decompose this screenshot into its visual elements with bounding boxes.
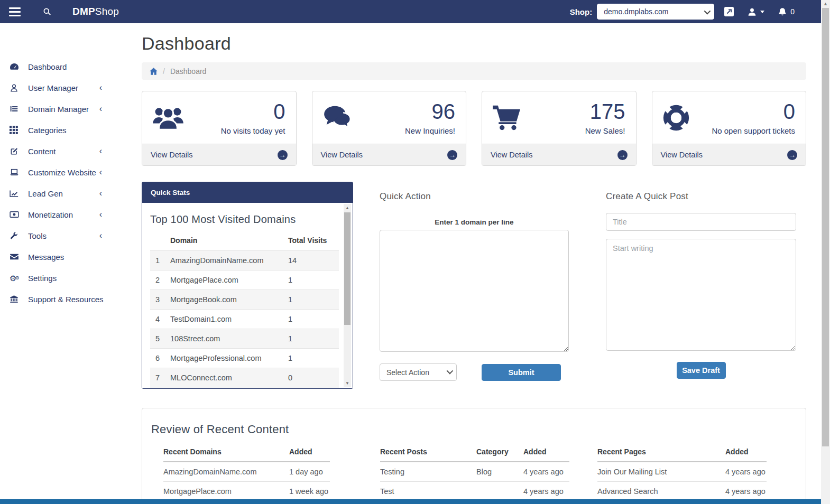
quick-stats-title: Top 100 Most Visited Domains — [150, 213, 340, 226]
table-row: AmazingDomainName.com1 day ago — [163, 462, 330, 481]
sidebar-nav: Dashboard User Manager‹ Domain Manager‹ … — [0, 23, 132, 499]
laptop-icon — [10, 168, 21, 176]
stat-label-sales: New Sales! — [585, 126, 625, 135]
sidebar-item-lead-gen[interactable]: Lead Gen‹ — [0, 183, 132, 204]
view-details-inquiries[interactable]: View Details → — [312, 144, 466, 165]
quick-post-title: Create A Quick Post — [606, 191, 796, 202]
external-link-icon[interactable] — [724, 7, 734, 16]
top-domains-table: Domain Total Visits 1AmazingDomainName.c… — [150, 232, 339, 388]
recent-content-title: Review of Recent Content — [151, 423, 795, 436]
chevron-left-icon: ‹ — [99, 210, 102, 219]
post-body-textarea[interactable] — [606, 239, 796, 351]
dashboard-gauge-icon — [10, 62, 21, 71]
sidebar-item-domain-manager[interactable]: Domain Manager‹ — [0, 98, 132, 119]
action-select[interactable]: Select Action — [380, 363, 457, 381]
column-header-domain: Domain — [170, 232, 288, 251]
arrow-circle-right-icon: → — [278, 150, 288, 160]
edit-icon — [10, 147, 21, 156]
view-details-sales[interactable]: View Details → — [482, 144, 636, 165]
quick-stats-header: Quick Stats — [142, 182, 353, 203]
scrollbar-thumb[interactable] — [344, 212, 351, 325]
caret-down-icon — [760, 11, 764, 13]
scroll-down-icon[interactable]: ▼ — [344, 381, 351, 386]
money-bill-icon — [10, 211, 21, 218]
app-logo[interactable]: DMPShop — [72, 6, 119, 17]
arrow-circle-right-icon: → — [447, 150, 457, 160]
column-header-recent-domains: Recent Domains — [163, 443, 289, 462]
stat-value-visits: 0 — [221, 100, 285, 123]
sidebar-item-categories[interactable]: Categories — [0, 119, 132, 141]
submit-button[interactable]: Submit — [482, 364, 561, 381]
page-title: Dashboard — [142, 33, 806, 54]
sidebar-item-customize-website[interactable]: Customize Website‹ — [0, 162, 132, 183]
sidebar-item-dashboard[interactable]: Dashboard — [0, 56, 132, 77]
action-select-input[interactable]: Select Action — [380, 363, 457, 381]
sidebar-item-messages[interactable]: Messages — [0, 246, 132, 267]
scroll-up-icon[interactable]: ▲ — [344, 206, 351, 210]
save-draft-button[interactable]: Save Draft — [677, 362, 726, 379]
arrow-circle-right-icon: → — [617, 150, 628, 160]
stat-cards-row: 0 No visits today yet View Details → 96 … — [142, 91, 806, 166]
chevron-left-icon: ‹ — [99, 104, 102, 114]
quick-action-section: Quick Action Enter 1 domain per line Sel… — [380, 182, 569, 389]
home-icon[interactable] — [150, 68, 158, 75]
sidebar-item-support-resources[interactable]: Support & Resources — [0, 288, 132, 310]
stat-value-support: 0 — [712, 100, 795, 123]
view-details-visits[interactable]: View Details → — [142, 144, 296, 165]
breadcrumb-current: Dashboard — [170, 67, 207, 76]
quick-action-title: Quick Action — [380, 191, 569, 202]
domains-textarea[interactable] — [380, 230, 569, 352]
user-menu-icon[interactable] — [748, 7, 764, 16]
sidebar-item-monetization[interactable]: Monetization‹ — [0, 204, 132, 225]
notifications-bell-icon[interactable]: 0 — [778, 7, 795, 16]
stat-value-sales: 175 — [585, 100, 625, 123]
column-header-recent-pages: Recent Pages — [597, 443, 725, 462]
sidebar-item-tools[interactable]: Tools‹ — [0, 225, 132, 246]
search-icon[interactable] — [43, 7, 51, 16]
main-content: Dashboard / Dashboard 0 No visits today … — [142, 23, 806, 501]
sidebar-item-user-manager[interactable]: User Manager‹ — [0, 77, 132, 98]
comments-icon — [322, 105, 364, 130]
table-row: 1AmazingDomainName.com14 — [150, 251, 339, 270]
shop-label: Shop: — [570, 7, 593, 16]
recent-content-section: Review of Recent Content Recent Domains … — [142, 408, 806, 501]
column-header-added: Added — [289, 443, 330, 462]
view-details-support[interactable]: View Details → — [652, 144, 806, 165]
shop-select-input[interactable]: demo.dmplabs.com — [597, 4, 714, 20]
recent-posts-table: Recent Posts Category Added TestingBlog4… — [380, 443, 569, 501]
stat-value-inquiries: 96 — [405, 100, 455, 123]
column-header-category: Category — [476, 443, 523, 462]
domains-input-label: Enter 1 domain per line — [380, 218, 569, 226]
life-ring-icon — [662, 104, 704, 132]
notification-count: 0 — [790, 7, 795, 16]
sidebar-item-settings[interactable]: ⚙⚙ Settings — [0, 267, 132, 288]
recent-domains-table: Recent Domains Added AmazingDomainName.c… — [163, 443, 330, 501]
stat-label-inquiries: New Inquiries! — [405, 126, 455, 135]
stat-card-visits: 0 No visits today yet View Details → — [142, 91, 297, 166]
table-row: 6MortgageProfessional.com1 — [150, 349, 339, 368]
scrollbar-thumb[interactable] — [822, 8, 829, 446]
stat-card-inquiries: 96 New Inquiries! View Details → — [312, 91, 467, 166]
hamburger-menu-icon[interactable] — [9, 5, 21, 18]
shop-select[interactable]: demo.dmplabs.com — [597, 4, 714, 20]
footer-bar — [0, 499, 821, 504]
arrow-circle-right-icon: → — [787, 150, 797, 160]
list-icon — [10, 105, 21, 113]
table-row: 5108Street.com1 — [150, 329, 339, 349]
post-title-input[interactable] — [606, 213, 796, 231]
chevron-left-icon: ‹ — [99, 231, 102, 240]
column-header-total-visits: Total Visits — [288, 232, 339, 251]
grid-icon — [10, 126, 21, 134]
user-icon — [10, 83, 21, 92]
stat-card-sales: 175 New Sales! View Details → — [482, 91, 637, 166]
wrench-icon — [10, 231, 21, 240]
sidebar-item-content[interactable]: Content‹ — [0, 141, 132, 162]
bank-icon — [10, 295, 21, 303]
scroll-up-icon[interactable]: ▲ — [821, 0, 830, 7]
table-row: Join Our Mailing List4 years ago — [597, 462, 767, 481]
browser-scrollbar[interactable]: ▲ — [821, 0, 830, 504]
column-header-recent-posts: Recent Posts — [380, 443, 476, 462]
table-row: MortgagePlace.com1 week ago — [163, 481, 330, 501]
table-row: 7MLOConnect.com0 — [150, 368, 339, 388]
panel-scrollbar[interactable]: ▲ ▼ — [344, 204, 351, 387]
